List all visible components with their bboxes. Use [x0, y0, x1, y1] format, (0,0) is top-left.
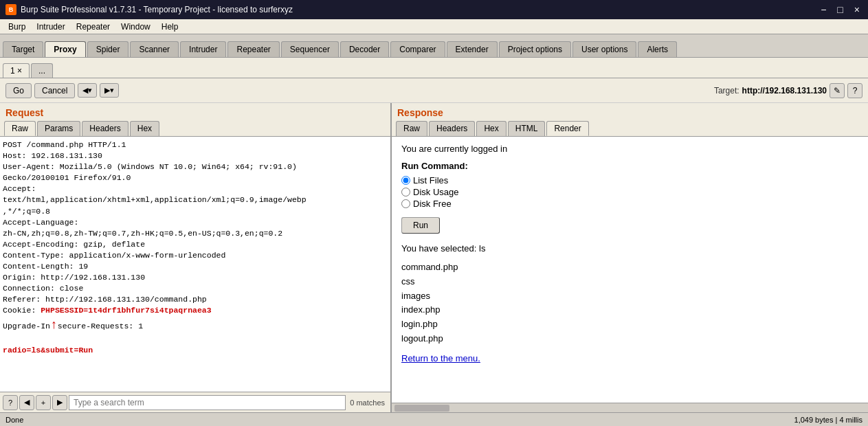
run-button[interactable]: Run [401, 217, 440, 234]
file-item: images [401, 289, 858, 304]
tab-proxy[interactable]: Proxy [45, 41, 85, 57]
tab-target[interactable]: Target [3, 41, 43, 57]
tab-alerts[interactable]: Alerts [638, 41, 677, 57]
response-panel: Response Raw Headers Hex HTML Render You… [392, 103, 868, 412]
request-tab-headers[interactable]: Headers [82, 121, 128, 136]
run-command-label: Run Command: [401, 161, 858, 171]
tab-sequencer[interactable]: Sequencer [281, 41, 339, 57]
target-label: Target: [714, 86, 739, 96]
sub-tab-more[interactable]: ... [31, 63, 53, 78]
radio-group: List Files Disk Usage Disk Free [401, 175, 858, 209]
tab-repeater[interactable]: Repeater [227, 41, 279, 57]
status-left: Done [5, 416, 23, 424]
response-tab-render[interactable]: Render [546, 121, 588, 136]
file-list: command.php css images index.php login.p… [401, 260, 858, 346]
response-tab-html[interactable]: HTML [508, 121, 546, 136]
nav-back-button[interactable]: ◀▾ [78, 83, 97, 98]
status-bar: Done 1,049 bytes | 4 millis [0, 412, 868, 426]
match-count: 0 matches [347, 399, 388, 407]
nav-forward-button[interactable]: ▶▾ [100, 83, 119, 98]
tab-intruder[interactable]: Intruder [180, 41, 226, 57]
file-item: logout.php [401, 332, 858, 346]
tab-scanner[interactable]: Scanner [130, 41, 179, 57]
cancel-button[interactable]: Cancel [34, 83, 75, 98]
minimize-button[interactable]: − [818, 4, 829, 15]
toolbar: Go Cancel ◀▾ ▶▾ Target: http://192.168.1… [0, 78, 868, 103]
maximize-button[interactable]: □ [834, 4, 845, 15]
file-item: index.php [401, 303, 858, 317]
request-tab-hex[interactable]: Hex [130, 121, 159, 136]
request-panel: Request Raw Params Headers Hex POST /com… [0, 103, 392, 412]
return-link[interactable]: Return to the menu. [401, 353, 480, 363]
radio-disk-free-input[interactable] [401, 199, 410, 208]
logged-in-text: You are currently logged in [401, 144, 858, 154]
radio-disk-usage-input[interactable] [401, 188, 410, 197]
menu-intruder[interactable]: Intruder [31, 21, 70, 33]
menu-burp[interactable]: Burp [3, 21, 31, 33]
response-title: Response [392, 103, 868, 120]
sub-tab-bar: 1 × ... [0, 58, 868, 78]
search-bar: ? ◀ + ▶ 0 matches [0, 392, 390, 412]
request-tabs: Raw Params Headers Hex [0, 120, 390, 137]
status-right: 1,049 bytes | 4 millis [794, 416, 863, 424]
search-next-button[interactable]: ▶ [52, 395, 67, 410]
close-button[interactable]: × [852, 4, 863, 15]
response-tab-raw[interactable]: Raw [396, 121, 427, 136]
sub-tab-1[interactable]: 1 × [3, 63, 30, 78]
selected-info: You have selected: ls [401, 243, 858, 254]
target-url: http://192.168.131.130 [742, 86, 827, 96]
edit-target-button[interactable]: ✎ [830, 83, 845, 98]
response-tab-headers[interactable]: Headers [429, 121, 475, 136]
tab-spider[interactable]: Spider [87, 41, 129, 57]
tab-project-options[interactable]: Project options [499, 41, 571, 57]
search-help-button[interactable]: ? [3, 395, 18, 410]
h-scroll-thumb [394, 405, 449, 412]
menu-repeater[interactable]: Repeater [71, 21, 115, 33]
request-tab-params[interactable]: Params [37, 121, 80, 136]
radio-list-files-input[interactable] [401, 176, 410, 185]
title-bar-left: B Burp Suite Professional v1.7.31 - Temp… [5, 4, 293, 15]
tab-user-options[interactable]: User options [572, 41, 636, 57]
main-content: Request Raw Params Headers Hex POST /com… [0, 103, 868, 412]
request-content: POST /command.php HTTP/1.1 Host: 192.168… [0, 137, 390, 392]
file-item: login.php [401, 317, 858, 332]
menu-help[interactable]: Help [156, 21, 184, 33]
response-tabs: Raw Headers Hex HTML Render [392, 120, 868, 137]
go-button[interactable]: Go [5, 83, 32, 98]
response-content: You are currently logged in Run Command:… [392, 137, 868, 403]
menu-window[interactable]: Window [115, 21, 156, 33]
response-tab-hex[interactable]: Hex [476, 121, 506, 136]
window-controls: − □ × [818, 4, 863, 15]
radio-disk-free[interactable]: Disk Free [401, 199, 858, 209]
target-info: Target: http://192.168.131.130 ✎ ? [714, 83, 863, 98]
file-item: css [401, 275, 858, 289]
tab-comparer[interactable]: Comparer [390, 41, 445, 57]
burp-logo: B [5, 4, 16, 15]
main-tab-bar: Target Proxy Spider Scanner Intruder Rep… [0, 34, 868, 58]
window-title: Burp Suite Professional v1.7.31 - Tempor… [21, 5, 293, 14]
help-button[interactable]: ? [847, 83, 863, 98]
radio-disk-usage[interactable]: Disk Usage [401, 187, 858, 197]
request-text-area[interactable]: POST /command.php HTTP/1.1 Host: 192.168… [0, 137, 390, 392]
tab-extender[interactable]: Extender [447, 41, 498, 57]
tab-decoder[interactable]: Decoder [340, 41, 389, 57]
menu-bar: Burp Intruder Repeater Window Help [0, 19, 868, 34]
search-input[interactable] [69, 395, 346, 410]
search-add-button[interactable]: + [36, 395, 51, 410]
response-scroll-h[interactable] [392, 403, 868, 412]
search-prev-button[interactable]: ◀ [19, 395, 34, 410]
title-bar: B Burp Suite Professional v1.7.31 - Temp… [0, 0, 868, 19]
request-title: Request [0, 103, 390, 120]
request-tab-raw[interactable]: Raw [4, 121, 36, 136]
radio-list-files[interactable]: List Files [401, 175, 858, 186]
file-item: command.php [401, 260, 858, 275]
